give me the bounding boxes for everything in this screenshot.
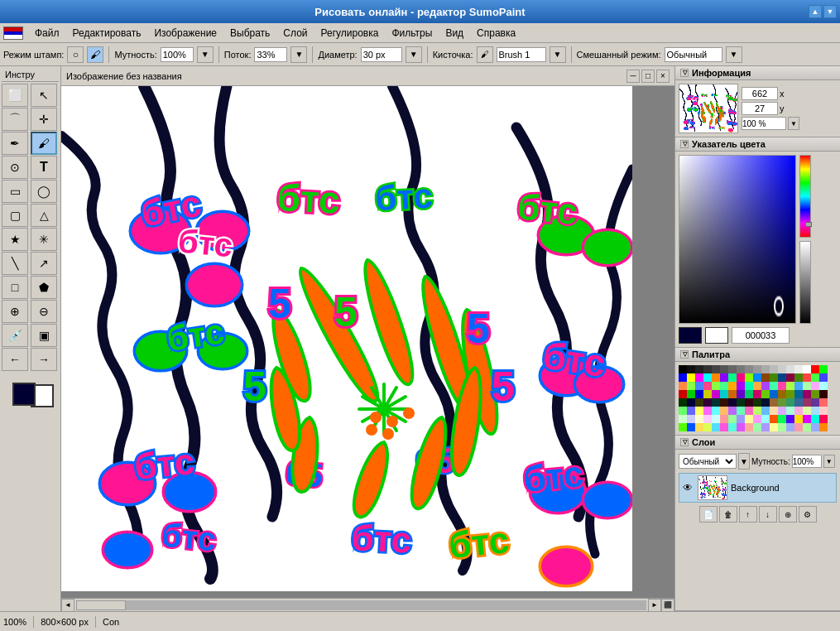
palette-color-cell[interactable] bbox=[695, 390, 703, 398]
move-layer-up-btn[interactable]: ↑ bbox=[739, 506, 757, 523]
blend-input[interactable] bbox=[665, 47, 722, 62]
palette-color-cell[interactable] bbox=[803, 407, 811, 415]
palette-color-cell[interactable] bbox=[761, 398, 770, 407]
palette-color-cell[interactable] bbox=[679, 407, 687, 415]
palette-color-cell[interactable] bbox=[778, 415, 786, 423]
palette-color-cell[interactable] bbox=[728, 423, 737, 431]
palette-color-cell[interactable] bbox=[703, 365, 712, 373]
palette-color-cell[interactable] bbox=[703, 423, 712, 431]
palette-color-cell[interactable] bbox=[737, 365, 745, 373]
tool-zoom-out[interactable]: ⊖ bbox=[31, 300, 57, 323]
palette-color-cell[interactable] bbox=[712, 415, 720, 423]
palette-color-cell[interactable] bbox=[695, 423, 703, 431]
palette-color-cell[interactable] bbox=[687, 415, 695, 423]
palette-color-cell[interactable] bbox=[687, 398, 695, 407]
palette-color-cell[interactable] bbox=[745, 373, 753, 382]
palette-color-cell[interactable] bbox=[720, 415, 728, 423]
current-color-swatch[interactable] bbox=[679, 327, 702, 344]
palette-color-cell[interactable] bbox=[794, 390, 803, 398]
secondary-color-swatch[interactable] bbox=[705, 327, 728, 344]
palette-color-cell[interactable] bbox=[695, 382, 703, 390]
fg-color-box[interactable] bbox=[12, 383, 36, 406]
palette-color-cell[interactable] bbox=[770, 382, 778, 390]
palette-color-cell[interactable] bbox=[819, 373, 828, 382]
stamp-mode-circle[interactable]: ○ bbox=[67, 46, 84, 63]
scroll-up-btn[interactable]: ▲ bbox=[809, 5, 822, 18]
palette-color-cell[interactable] bbox=[695, 415, 703, 423]
scroll-thumb[interactable] bbox=[76, 600, 126, 610]
palette-color-cell[interactable] bbox=[803, 365, 811, 373]
palette-color-cell[interactable] bbox=[811, 407, 819, 415]
layer-opacity-input[interactable] bbox=[792, 455, 822, 468]
tool-eraser[interactable]: □ bbox=[2, 276, 28, 299]
palette-color-cell[interactable] bbox=[712, 382, 720, 390]
palette-color-cell[interactable] bbox=[811, 365, 819, 373]
opacity-dropdown-btn[interactable]: ▼ bbox=[823, 455, 835, 468]
opacity-dropdown[interactable]: ▼ bbox=[197, 46, 214, 63]
tool-move[interactable]: ✛ bbox=[31, 108, 57, 131]
palette-color-cell[interactable] bbox=[786, 390, 794, 398]
tool-polygon[interactable]: △ bbox=[31, 204, 57, 227]
palette-color-cell[interactable] bbox=[720, 373, 728, 382]
palette-color-cell[interactable] bbox=[695, 407, 703, 415]
palette-color-cell[interactable] bbox=[712, 407, 720, 415]
palette-color-cell[interactable] bbox=[728, 398, 737, 407]
layer-background[interactable]: 👁 Background bbox=[679, 473, 837, 503]
palette-color-cell[interactable] bbox=[703, 373, 712, 382]
tool-arrow-prev[interactable]: ← bbox=[2, 348, 28, 371]
alpha-slider[interactable] bbox=[799, 241, 811, 324]
tool-custom-shape[interactable]: ✳ bbox=[31, 228, 57, 251]
new-layer-btn[interactable]: 📄 bbox=[699, 506, 718, 523]
palette-color-cell[interactable] bbox=[811, 373, 819, 382]
palette-color-cell[interactable] bbox=[794, 382, 803, 390]
zoom-select[interactable] bbox=[742, 117, 786, 130]
tool-star[interactable]: ★ bbox=[2, 228, 28, 251]
layer-visibility-toggle[interactable]: 👁 bbox=[681, 481, 694, 494]
palette-color-cell[interactable] bbox=[819, 365, 828, 373]
palette-color-cell[interactable] bbox=[745, 382, 753, 390]
palette-color-cell[interactable] bbox=[728, 365, 737, 373]
palette-color-cell[interactable] bbox=[703, 415, 712, 423]
palette-color-cell[interactable] bbox=[737, 382, 745, 390]
palette-color-cell[interactable] bbox=[737, 398, 745, 407]
info-collapse-btn[interactable]: ▽ bbox=[680, 69, 689, 77]
palette-color-cell[interactable] bbox=[745, 365, 753, 373]
move-layer-down-btn[interactable]: ↓ bbox=[759, 506, 777, 523]
scroll-end-btn[interactable]: ⬛ bbox=[661, 599, 674, 612]
palette-color-cell[interactable] bbox=[819, 382, 828, 390]
palette-color-cell[interactable] bbox=[753, 365, 761, 373]
palette-color-cell[interactable] bbox=[819, 398, 828, 407]
drawing-canvas[interactable] bbox=[61, 86, 632, 591]
palette-color-cell[interactable] bbox=[703, 407, 712, 415]
palette-color-cell[interactable] bbox=[761, 382, 770, 390]
canvas-close-btn[interactable]: × bbox=[656, 70, 670, 83]
palette-color-cell[interactable] bbox=[737, 423, 745, 431]
tool-select-rect[interactable]: ⬜ bbox=[2, 84, 28, 107]
palette-color-cell[interactable] bbox=[753, 407, 761, 415]
palette-color-cell[interactable] bbox=[687, 390, 695, 398]
blend-mode-dropdown[interactable]: ▼ bbox=[738, 453, 750, 470]
palette-color-cell[interactable] bbox=[745, 423, 753, 431]
tool-pen[interactable]: ✒ bbox=[2, 132, 28, 155]
palette-color-cell[interactable] bbox=[770, 365, 778, 373]
tool-fill[interactable]: ⬟ bbox=[31, 276, 57, 299]
palette-color-cell[interactable] bbox=[803, 390, 811, 398]
tool-rounded-rect[interactable]: ▢ bbox=[2, 204, 28, 227]
palette-color-cell[interactable] bbox=[720, 407, 728, 415]
tool-ellipse[interactable]: ◯ bbox=[31, 180, 57, 203]
palette-color-cell[interactable] bbox=[712, 373, 720, 382]
palette-color-cell[interactable] bbox=[778, 373, 786, 382]
brush-name-input[interactable] bbox=[497, 47, 546, 62]
layer-settings-btn[interactable]: ⚙ bbox=[799, 506, 817, 523]
palette-color-cell[interactable] bbox=[803, 382, 811, 390]
zoom-dropdown[interactable]: ▼ bbox=[788, 117, 799, 130]
palette-color-cell[interactable] bbox=[761, 415, 770, 423]
scroll-left-btn[interactable]: ◄ bbox=[61, 599, 74, 612]
palette-color-cell[interactable] bbox=[728, 415, 737, 423]
palette-color-cell[interactable] bbox=[687, 407, 695, 415]
palette-color-cell[interactable] bbox=[720, 390, 728, 398]
tool-layer[interactable]: ▣ bbox=[31, 324, 57, 347]
palette-color-cell[interactable] bbox=[761, 423, 770, 431]
tool-zoom[interactable]: ⊕ bbox=[2, 300, 28, 323]
palette-color-cell[interactable] bbox=[819, 390, 828, 398]
